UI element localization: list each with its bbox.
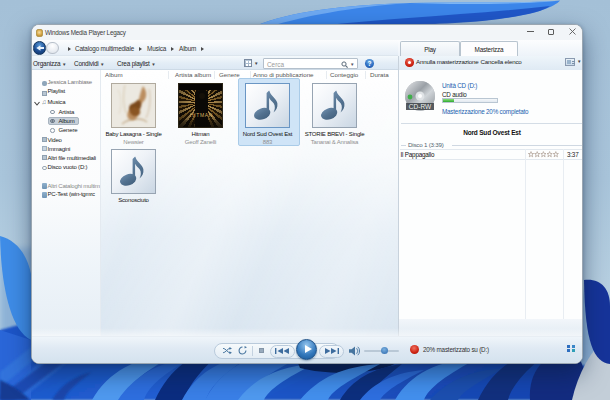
svg-text:CD-RW: CD-RW xyxy=(409,103,432,110)
